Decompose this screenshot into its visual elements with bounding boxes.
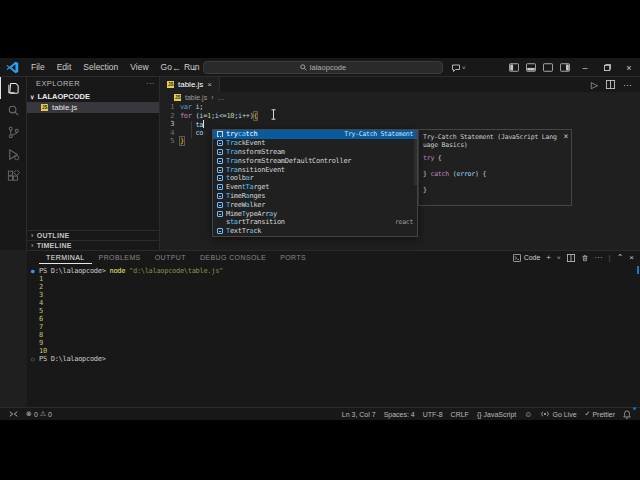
code-line-2[interactable]: 2for (i=1;i<=10;i++){ (160, 112, 640, 121)
doc-title: Try-Catch Statement (JavaScript Language… (423, 133, 567, 149)
activity-bar (0, 77, 27, 250)
customize-layout-icon[interactable] (560, 63, 570, 72)
run-file-button[interactable]: ▷ (591, 80, 598, 90)
activity-run-debug-button[interactable] (0, 143, 27, 165)
code-line-1[interactable]: 1var i; (160, 103, 640, 112)
chevron-down-icon: ˅ (462, 65, 466, 71)
suggest-item[interactable]: TextTrack (213, 227, 417, 236)
panel-tab-problems[interactable]: PROBLEMS (92, 251, 148, 264)
problems-status-button[interactable]: ⊗ 0 ⚠ 0 (22, 408, 56, 421)
terminal-line: ○PS D:\lalaopcode> (39, 355, 640, 363)
command-decoration-pending-icon[interactable]: ○ (31, 355, 34, 363)
terminal-line: 4 (39, 299, 640, 307)
suggest-item[interactable]: toolbar (213, 174, 417, 183)
menu-view[interactable]: View (124, 58, 154, 77)
panel-tab-ports[interactable]: PORTS (273, 251, 313, 264)
chat-icon (451, 63, 461, 73)
toggle-primary-sidebar-icon[interactable] (509, 63, 519, 72)
error-icon: ⊗ (26, 410, 32, 418)
file-row-tablejs[interactable]: JS table.js (27, 102, 159, 113)
check-icon: ✓ (585, 410, 591, 418)
suggest-item[interactable]: TreeWalker (213, 200, 417, 209)
terminal-line: 3 (39, 291, 640, 299)
language-mode-button[interactable]: {} JavaScript (473, 408, 520, 421)
terminal-instance-item[interactable]: Code (513, 254, 541, 262)
go-live-button[interactable]: Go Live (536, 408, 580, 421)
split-editor-icon[interactable] (606, 80, 615, 89)
tab-label: table.js (178, 80, 203, 89)
copilot-chat-button[interactable]: ˅ (451, 61, 466, 74)
outline-section-header[interactable]: › OUTLINE (27, 230, 159, 240)
toggle-panel-icon[interactable] (526, 63, 536, 72)
suggest-item[interactable]: TimeRanges (213, 192, 417, 201)
explorer-more-button[interactable]: ··· (146, 79, 155, 88)
tab-close-button[interactable]: × (207, 80, 212, 89)
terminal-content[interactable]: ●PS D:\lalaopcode> node "d:\lalaopcode\t… (27, 264, 640, 407)
menu-edit[interactable]: Edit (51, 58, 78, 77)
close-window-button[interactable]: × (618, 58, 640, 77)
suggest-item[interactable]: TrackEvent (213, 139, 417, 148)
editor-more-button[interactable]: ··· (623, 80, 632, 90)
history-back-button[interactable]: ← (172, 63, 181, 73)
code-line-3[interactable]: 3 ta (160, 120, 640, 129)
separator: | (609, 253, 611, 262)
remote-indicator-button[interactable] (5, 408, 22, 421)
command-decoration-run-icon[interactable]: ● (31, 267, 34, 275)
notifications-bell-button[interactable] (619, 408, 635, 421)
suggest-item[interactable]: TransitionEvent (213, 165, 417, 174)
suggest-item[interactable]: MimeTypeArray (213, 209, 417, 218)
eol-button[interactable]: CRLF (447, 408, 473, 421)
menu-selection[interactable]: Selection (77, 58, 124, 77)
prettier-button[interactable]: ✓ Prettier (581, 408, 619, 421)
split-terminal-icon[interactable] (567, 254, 575, 262)
symbol-function-icon (216, 219, 223, 226)
prettier-label: Prettier (592, 411, 615, 418)
folder-root-row[interactable]: ∨ LALAOPCODE (27, 90, 159, 102)
indent-guide (191, 121, 192, 138)
activity-extensions-button[interactable] (0, 165, 27, 187)
panel-tab-debug-console[interactable]: DEBUG CONSOLE (193, 251, 273, 264)
kill-terminal-trash-icon[interactable] (581, 254, 589, 262)
suggest-doc-panel: × Try-Catch Statement (JavaScript Langua… (418, 129, 572, 206)
maximize-panel-button[interactable]: ⌃ (617, 253, 624, 262)
suggest-item[interactable]: startTransitionreact (213, 218, 417, 227)
tab-tablejs[interactable]: JS table.js × (160, 77, 220, 92)
cursor-position-button[interactable]: Ln 3, Col 7 (338, 408, 380, 421)
activity-source-control-button[interactable] (0, 121, 27, 143)
terminal-line: 1 (39, 275, 640, 283)
activity-explorer-button[interactable] (0, 77, 27, 99)
chevron-right-icon: › (31, 242, 34, 249)
suggest-item[interactable]: TransformStream (213, 148, 417, 157)
status-bar: ⊗ 0 ⚠ 0 Ln 3, Col 7 Spaces: 4 UTF-8 CRLF… (0, 407, 640, 420)
warning-count: 0 (48, 411, 52, 418)
menu-file[interactable]: File (25, 58, 51, 77)
minimize-button[interactable]: – (574, 58, 596, 77)
command-center-label: lalaopcode (310, 63, 346, 72)
line-number: 2 (160, 112, 180, 121)
line-number: 1 (160, 103, 180, 112)
toggle-secondary-sidebar-icon[interactable] (543, 63, 553, 72)
command-center-search[interactable]: lalaopcode (203, 61, 443, 74)
panel-tab-output[interactable]: OUTPUT (148, 251, 193, 264)
terminal-profile-dropdown[interactable]: ˅ (557, 255, 561, 261)
feedback-smiley-button[interactable]: ☺ (520, 408, 536, 421)
panel-tab-terminal[interactable]: TERMINAL (39, 251, 92, 264)
activity-search-button[interactable] (0, 99, 27, 121)
restore-button[interactable] (596, 58, 618, 77)
close-panel-button[interactable]: × (629, 253, 634, 262)
encoding-button[interactable]: UTF-8 (419, 408, 447, 421)
panel-more-button[interactable]: ··· (595, 253, 603, 262)
breadcrumb[interactable]: JS table.js › … (160, 92, 640, 103)
suggest-item[interactable]: trycatchTry-Catch Statement (213, 130, 417, 139)
suggest-scrollbar[interactable] (414, 130, 417, 185)
new-terminal-button[interactable]: + (546, 253, 551, 262)
suggest-item[interactable]: TransformStreamDefaultController (213, 156, 417, 165)
editor-tab-bar: JS table.js × ▷ ··· (160, 77, 640, 92)
doc-close-button[interactable]: × (563, 132, 568, 141)
indentation-button[interactable]: Spaces: 4 (380, 408, 419, 421)
js-file-icon: JS (167, 81, 174, 88)
timeline-section-header[interactable]: › TIMELINE (27, 240, 159, 250)
history-forward-button[interactable]: → (189, 63, 198, 73)
suggest-item[interactable]: EventTarget (213, 183, 417, 192)
breadcrumb-file: table.js (185, 94, 207, 101)
